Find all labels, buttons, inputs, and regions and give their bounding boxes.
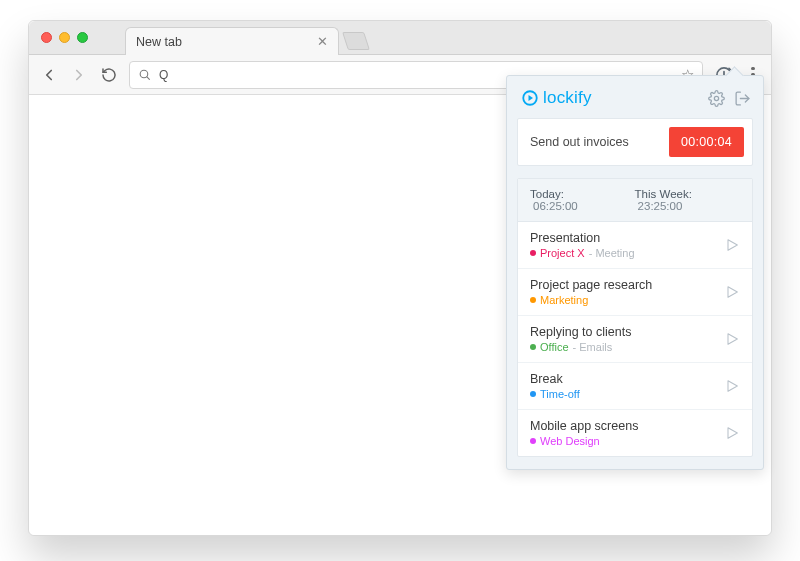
svg-point-5 [714,96,718,100]
project-color-dot [530,391,536,397]
play-button[interactable] [722,376,742,396]
minimize-window-button[interactable] [59,32,70,43]
reload-button[interactable] [99,65,119,85]
time-entry[interactable]: Replying to clientsOfficeEmails [518,316,752,363]
clockify-popup: lockify Send out invoices 00:00:04 Today… [506,75,764,470]
svg-marker-8 [728,287,737,298]
svg-marker-9 [728,334,737,345]
svg-marker-7 [728,240,737,251]
entry-main: BreakTime-off [530,372,714,400]
clockify-logo: lockify [521,88,592,108]
popup-header: lockify [507,76,763,118]
project-name: Marketing [540,294,588,306]
svg-line-1 [147,77,149,79]
play-button[interactable] [722,235,742,255]
window-controls [41,32,88,43]
task-name: Meeting [589,247,635,259]
play-button[interactable] [722,282,742,302]
new-tab-button[interactable] [342,32,370,50]
time-entry[interactable]: PresentationProject XMeeting [518,222,752,269]
back-button[interactable] [39,65,59,85]
entry-title: Break [530,372,714,386]
clockify-logo-icon [521,89,539,107]
entry-subtitle: Time-off [530,388,714,400]
entry-subtitle: Web Design [530,435,714,447]
search-icon [138,68,151,81]
today-value: 06:25:00 [533,200,578,212]
timer-stop-button[interactable]: 00:00:04 [669,127,744,157]
active-timer-card: Send out invoices 00:00:04 [517,118,753,166]
entry-main: Mobile app screensWeb Design [530,419,714,447]
entry-subtitle: OfficeEmails [530,341,714,353]
svg-marker-4 [529,95,534,101]
close-tab-icon[interactable]: ✕ [317,35,328,48]
entry-subtitle: Project XMeeting [530,247,714,259]
project-color-dot [530,250,536,256]
clockify-logo-text: lockify [543,88,592,108]
entries-card: Today: 06:25:00 This Week: 23:25:00 Pres… [517,178,753,457]
svg-marker-10 [728,381,737,392]
project-color-dot [530,438,536,444]
maximize-window-button[interactable] [77,32,88,43]
today-label: Today: [530,188,564,200]
entry-title: Presentation [530,231,714,245]
week-value: 23:25:00 [638,200,683,212]
project-name: Office [540,341,569,353]
entry-main: Project page researchMarketing [530,278,714,306]
time-entry[interactable]: Project page researchMarketing [518,269,752,316]
time-entry[interactable]: Mobile app screensWeb Design [518,410,752,456]
logout-button[interactable] [733,89,751,107]
browser-tab[interactable]: New tab ✕ [125,27,339,55]
svg-marker-11 [728,428,737,439]
entry-title: Replying to clients [530,325,714,339]
entry-subtitle: Marketing [530,294,714,306]
tab-title: New tab [136,35,182,49]
titlebar: New tab ✕ [29,21,771,55]
project-color-dot [530,344,536,350]
task-name: Emails [573,341,613,353]
time-entry[interactable]: BreakTime-off [518,363,752,410]
entry-title: Project page research [530,278,714,292]
settings-button[interactable] [707,89,725,107]
url-text: Q [159,68,168,82]
close-window-button[interactable] [41,32,52,43]
forward-button[interactable] [69,65,89,85]
project-name: Time-off [540,388,580,400]
entry-title: Mobile app screens [530,419,714,433]
entry-main: PresentationProject XMeeting [530,231,714,259]
play-button[interactable] [722,423,742,443]
stats-bar: Today: 06:25:00 This Week: 23:25:00 [518,179,752,222]
week-label: This Week: [635,188,692,200]
project-name: Web Design [540,435,600,447]
play-button[interactable] [722,329,742,349]
project-name: Project X [540,247,585,259]
project-color-dot [530,297,536,303]
entry-main: Replying to clientsOfficeEmails [530,325,714,353]
timer-description[interactable]: Send out invoices [530,135,659,149]
